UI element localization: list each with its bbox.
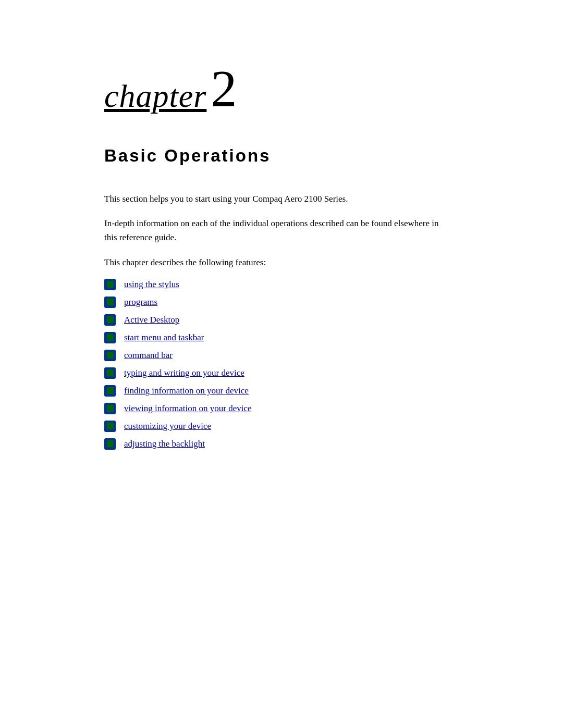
feature-link-9[interactable]: adjusting the backlight [124, 439, 205, 449]
feature-link-5[interactable]: typing and writing on your device [124, 368, 244, 378]
chapter-heading: chapter 2 [104, 63, 459, 115]
bullet-icon [104, 350, 116, 361]
feature-link-0[interactable]: using the stylus [124, 279, 179, 290]
list-item: typing and writing on your device [104, 367, 459, 379]
feature-link-6[interactable]: finding information on your device [124, 386, 249, 396]
list-item: finding information on your device [104, 385, 459, 397]
intro-paragraph-1: This section helps you to start using yo… [104, 192, 448, 206]
list-item: customizing your device [104, 421, 459, 432]
bullet-icon [104, 332, 116, 343]
feature-link-2[interactable]: Active Desktop [124, 315, 179, 325]
bullet-icon [104, 297, 116, 308]
list-item: adjusting the backlight [104, 438, 459, 450]
bullet-icon [104, 314, 116, 326]
feature-link-7[interactable]: viewing information on your device [124, 403, 252, 414]
bullet-icon [104, 385, 116, 397]
bullet-icon [104, 403, 116, 414]
features-list: using the stylusprogramsActive Desktopst… [104, 279, 459, 450]
bullet-icon [104, 279, 116, 290]
features-intro: This chapter describes the following fea… [104, 255, 459, 269]
bullet-icon [104, 421, 116, 432]
bullet-icon [104, 438, 116, 450]
list-item: programs [104, 297, 459, 308]
list-item: Active Desktop [104, 314, 459, 326]
chapter-number: 2 [211, 63, 237, 115]
feature-link-3[interactable]: start menu and taskbar [124, 332, 204, 343]
list-item: command bar [104, 350, 459, 361]
bullet-icon [104, 367, 116, 379]
chapter-word: chapter [104, 78, 206, 115]
list-item: using the stylus [104, 279, 459, 290]
feature-link-8[interactable]: customizing your device [124, 421, 211, 431]
section-title: Basic Operations [104, 146, 459, 166]
list-item: viewing information on your device [104, 403, 459, 414]
feature-link-1[interactable]: programs [124, 297, 157, 307]
list-item: start menu and taskbar [104, 332, 459, 343]
feature-link-4[interactable]: command bar [124, 350, 173, 361]
intro-paragraph-2: In-depth information on each of the indi… [104, 216, 448, 244]
